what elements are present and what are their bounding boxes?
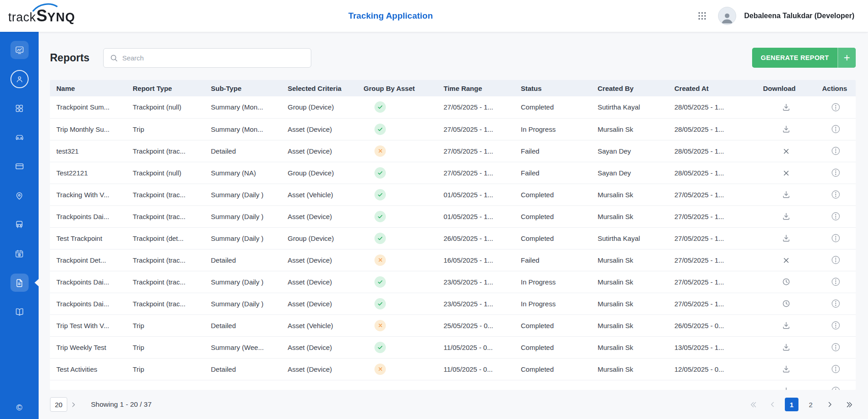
row-actions-menu-icon[interactable] (831, 102, 841, 112)
cell-report-type: Trackpoint (trac... (126, 140, 205, 162)
cell-time-range: 26/05/2025 - 1... (437, 227, 514, 249)
search-input[interactable] (122, 54, 305, 62)
cell-created-by: Mursalin Sk (591, 336, 668, 358)
cell-selected-criteria: Asset (Vehicle) (281, 314, 357, 336)
row-actions-menu-icon[interactable] (831, 124, 841, 134)
row-actions-menu-icon[interactable] (831, 277, 841, 287)
row-actions-menu-icon[interactable] (831, 190, 841, 200)
cell-actions (816, 96, 856, 118)
sidebar-item-vehicles[interactable] (10, 128, 29, 146)
report-table-body: Trackpoint Sum...Trackpoint (null)Summar… (50, 96, 856, 390)
page-number-2[interactable]: 2 (804, 398, 818, 411)
cell-download (757, 96, 816, 118)
row-actions-menu-icon[interactable] (831, 233, 841, 243)
cell-status: Completed (514, 205, 591, 227)
cell-sub-type: Summary (Daily ) (205, 227, 281, 249)
row-actions-menu-icon[interactable] (831, 386, 841, 390)
table-row: Test TrackpointTrackpoint (det...Summary… (50, 227, 856, 249)
cell-time-range: 11/05/2025 - 0... (437, 358, 514, 380)
cell-actions (816, 205, 856, 227)
download-icon[interactable] (782, 103, 791, 112)
row-actions-menu-icon[interactable] (831, 342, 841, 352)
cell-created-by: Mursalin Sk (591, 184, 668, 205)
report-document-icon (15, 278, 24, 288)
download-unavailable-icon[interactable] (782, 256, 790, 264)
copyright-icon[interactable]: © (0, 403, 39, 413)
cell-group-by-asset (357, 184, 437, 205)
cell-report-type: Trackpoint (null) (126, 162, 205, 184)
download-unavailable-icon[interactable] (782, 169, 790, 177)
page-size-expander-icon[interactable] (67, 397, 79, 412)
last-page-icon[interactable] (842, 398, 856, 411)
apps-grid-icon[interactable] (694, 8, 710, 24)
check-icon (374, 298, 386, 309)
row-actions-menu-icon[interactable] (831, 364, 841, 374)
cell-created-at: 13/05/2025 - 1... (668, 336, 757, 358)
cell-group-by-asset (357, 140, 437, 162)
download-icon[interactable] (782, 321, 791, 330)
sidebar-item-cards[interactable] (10, 157, 29, 175)
download-icon[interactable] (782, 364, 791, 374)
cell-created-by: Mursalin Sk (591, 314, 668, 336)
logo-text-track: track (8, 10, 36, 25)
page-size-selector[interactable]: 20 (50, 397, 67, 412)
cell-time-range: 27/05/2025 - 1... (437, 118, 514, 140)
user-avatar[interactable] (718, 7, 736, 25)
cell-report-type: Trackpoint (null) (126, 96, 205, 118)
cell-download (757, 249, 816, 271)
download-icon[interactable] (782, 212, 791, 221)
row-actions-menu-icon[interactable] (831, 255, 841, 265)
first-page-icon[interactable] (747, 398, 760, 411)
cell-created-by: Sayan Dey (591, 140, 668, 162)
download-pending-icon[interactable] (782, 299, 791, 308)
cell-selected-criteria: Asset (Device) (281, 358, 357, 380)
cell-download (757, 162, 816, 184)
page-number-1[interactable]: 1 (785, 398, 798, 411)
download-icon[interactable] (782, 386, 791, 390)
sidebar-item-fleet[interactable] (10, 215, 29, 234)
table-row: Test ActivitiesTripDetailedAsset (Device… (50, 358, 856, 380)
column-header: Time Range (437, 80, 514, 96)
row-actions-menu-icon[interactable] (831, 299, 841, 309)
cell-sub-type: Summary (Daily ) (205, 184, 281, 205)
previous-page-icon[interactable] (766, 398, 779, 411)
cell-group-by-asset (357, 227, 437, 249)
download-icon[interactable] (782, 125, 791, 134)
sidebar-item-locations[interactable] (10, 186, 29, 205)
sidebar-item-schedule[interactable] (10, 244, 29, 263)
cell-name: Trackpoints Dai... (50, 271, 126, 293)
sidebar-item-admin[interactable] (10, 70, 29, 88)
sidebar-item-library[interactable] (10, 303, 29, 321)
cell-name: Test Activities (50, 358, 126, 380)
download-unavailable-icon[interactable] (782, 147, 790, 155)
cell-created-at: 12/05/2025 - 0... (668, 358, 757, 380)
cell-sub-type: Summary (Daily ) (205, 271, 281, 293)
next-page-icon[interactable] (823, 398, 837, 411)
cell-selected-criteria: Asset (Device) (281, 140, 357, 162)
generate-report-button[interactable]: GENERATE REPORT + (752, 48, 856, 68)
check-icon (374, 124, 386, 135)
row-actions-menu-icon[interactable] (831, 146, 841, 156)
check-icon (374, 167, 386, 179)
download-icon[interactable] (782, 234, 791, 243)
column-header: Actions (816, 80, 856, 96)
download-icon[interactable] (782, 190, 791, 199)
user-name[interactable]: Debaleena Talukdar (Developer) (744, 12, 854, 20)
row-actions-menu-icon[interactable] (831, 320, 841, 330)
cell-actions (816, 293, 856, 314)
sidebar-item-dashboard[interactable] (10, 41, 29, 59)
cell-time-range: 01/05/2025 - 1... (437, 205, 514, 227)
sidebar-item-reports[interactable] (10, 274, 29, 292)
sidebar-item-overview[interactable] (10, 99, 29, 117)
cell-report-type: Trackpoint (trac... (126, 293, 205, 314)
download-pending-icon[interactable] (782, 277, 791, 286)
cell-download (757, 227, 816, 249)
cell-group-by-asset (357, 205, 437, 227)
cell-report-type: Trackpoint (trac... (126, 249, 205, 271)
row-actions-menu-icon[interactable] (831, 211, 841, 221)
cell-time-range: 23/05/2025 - 1... (437, 271, 514, 293)
row-actions-menu-icon[interactable] (831, 168, 841, 178)
download-icon[interactable] (782, 343, 791, 352)
table-row: Trip Test With V...TripDetailedAsset (Ve… (50, 314, 856, 336)
table-row: Trip Weekly TestTripSummary (Wee...Asset… (50, 336, 856, 358)
